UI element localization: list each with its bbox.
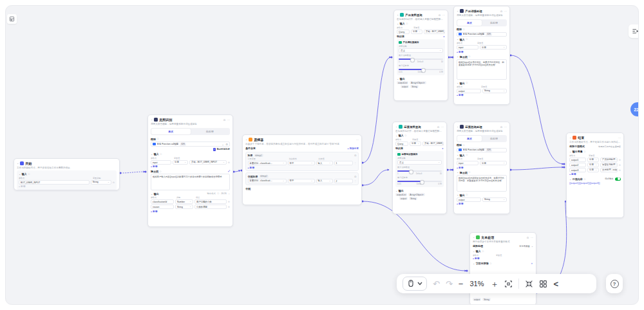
more-icon[interactable]: ···: [531, 236, 533, 239]
chevron-down-icon[interactable]: ⌄: [245, 138, 247, 141]
add-icon[interactable]: ＋: [531, 262, 533, 265]
condition-ref-select[interactable]: 意图识别 - classificati…: [248, 161, 287, 165]
model-select[interactable]: 豆包·Function call模型 32K ⌄⚙: [151, 141, 230, 147]
add-branch-button[interactable]: + 添加分支: [348, 147, 359, 150]
tab-batch[interactable]: 批处理: [482, 20, 506, 26]
ref-mode-select[interactable]: 引用: [480, 161, 507, 165]
chevron-down-icon[interactable]: ⌄: [19, 173, 21, 176]
more-icon[interactable]: ···: [504, 10, 507, 13]
remove-icon[interactable]: ⊖: [228, 200, 230, 203]
param-name-field[interactable]: Query: [395, 141, 408, 146]
add-output-button[interactable]: + 新增: [151, 210, 230, 213]
output-name-field[interactable]: reason: [151, 205, 174, 209]
chevron-down-icon[interactable]: ⌄: [569, 150, 571, 153]
more-icon[interactable]: ···: [356, 138, 359, 141]
recall-slider[interactable]: [397, 170, 442, 172]
chevron-down-icon[interactable]: ⌄: [222, 143, 224, 146]
add-param-button[interactable]: + 新增: [457, 167, 507, 169]
more-icon[interactable]: ···: [442, 14, 445, 17]
chevron-down-icon[interactable]: ⌄: [457, 194, 459, 196]
process-mode-value[interactable]: 字符串拼接: [519, 245, 529, 248]
condition-mode-select[interactable]: 输入: [316, 179, 333, 183]
remove-icon[interactable]: ⊖: [619, 158, 621, 161]
more-icon[interactable]: ···: [227, 118, 230, 122]
condition-op-select[interactable]: 等于: [288, 179, 315, 183]
drag-handle-icon[interactable]: ⋮: [354, 161, 357, 165]
run-icon[interactable]: ⊙: [527, 236, 529, 239]
tab-single[interactable]: 单次: [151, 129, 191, 134]
chevron-down-icon[interactable]: ⌄: [457, 55, 459, 58]
chevron-down-icon[interactable]: ⌄: [397, 14, 399, 16]
chevron-down-icon[interactable]: ⌄: [228, 192, 230, 196]
prompt-textarea[interactable]: 根据用户输入内容{{input}}判断属于21个类目中的哪个类目和数据营销需求: [151, 174, 230, 190]
tab-batch[interactable]: 批处理: [482, 136, 506, 141]
model-select[interactable]: 豆包·Function call模型 32K: [457, 148, 507, 152]
param-name-field[interactable]: BOT_USER_INPUT: [19, 180, 90, 185]
condition-value-field[interactable]: 2: [334, 179, 353, 183]
node-start[interactable]: ⌄ 开始 工作流的起始节点，用于设定启动工作流需要的信息。 ⌄ 输入 ⓘ 参数名…: [14, 158, 120, 190]
ref-value-select[interactable]: 文本处理 - output: [600, 168, 618, 172]
ref-mode-select[interactable]: 引用: [411, 30, 422, 34]
chevron-down-icon[interactable]: ⌄: [531, 245, 533, 248]
chevron-down-icon[interactable]: ⌄: [397, 23, 399, 25]
knowledge-item[interactable]: 运营知识数据库: [397, 153, 442, 156]
chevron-down-icon[interactable]: ⌄: [151, 193, 153, 196]
answer-mode-value[interactable]: 使用设定的内容直接回答: [598, 145, 621, 148]
remove-branch-icon[interactable]: ⊙: [354, 154, 357, 157]
node-llm-product[interactable]: ⌄ 产品详情处理 ⊙··· 调用大语言模型，使用变量和提示词生成回复 单次 批处…: [453, 6, 510, 105]
add-knowledge-icon[interactable]: ＋: [441, 147, 444, 150]
match-slider[interactable]: [399, 69, 443, 71]
condition-mode-select[interactable]: 输入: [316, 161, 333, 165]
knowledge-item[interactable]: 产品属性数据库: [399, 41, 443, 44]
output-type-select[interactable]: String: [482, 197, 507, 202]
help-button[interactable]: ?: [606, 274, 623, 293]
remove-icon[interactable]: ⊖: [228, 205, 230, 208]
add-condition-button[interactable]: + 新增: [248, 167, 357, 169]
add-param-button[interactable]: + 新增: [457, 51, 507, 53]
ref-value-select[interactable]: 开始 - BOT_USER_INPUT: [424, 30, 445, 34]
var-name-field[interactable]: output2: [569, 163, 586, 167]
output-type-select[interactable]: Number: [175, 199, 193, 204]
run-icon[interactable]: ⊙: [437, 125, 440, 129]
chevron-down-icon[interactable]: ⌄: [457, 125, 459, 128]
collapse-arrows-icon[interactable]: [525, 280, 533, 288]
output-type-select[interactable]: String: [175, 205, 193, 209]
output-desc-field[interactable]: 用户问题的分类: [194, 199, 227, 204]
prompt-textarea[interactable]: 根据{{input}}内容回复运营相关咨询，如果没有找到内容，则直接返回“没有找…: [457, 175, 507, 192]
add-param-button[interactable]: + 新增: [19, 185, 115, 188]
code-icon[interactable]: <: [553, 280, 558, 288]
redo-icon[interactable]: ↷: [446, 280, 453, 288]
add-knowledge-icon[interactable]: ＋: [442, 35, 445, 38]
node-end[interactable]: ⌄ 结束 ··· 工作流的最终节点，用于返回工作流运行后的结果信息 选择回答模式…: [566, 132, 624, 218]
chevron-down-icon[interactable]: ⌄: [17, 162, 19, 165]
ref-mode-select[interactable]: 引用: [173, 160, 188, 165]
param-name-field[interactable]: input: [457, 45, 478, 50]
ref-value-select[interactable]: 开始 - BOT_USER_INPUT: [189, 160, 227, 165]
workflow-canvas[interactable]: 224 ⌄ 开始 工作流的起始节点，用于设定启动工作流需要的信息。 ⌄ 输入 ⓘ…: [5, 5, 639, 305]
auto-layout-icon[interactable]: [539, 280, 547, 288]
chevron-down-icon[interactable]: ⌄: [569, 136, 571, 139]
chevron-down-icon[interactable]: ⌄: [457, 10, 459, 12]
chevron-down-icon[interactable]: ⌄: [473, 236, 475, 239]
add-var-button[interactable]: + 新增: [569, 173, 621, 176]
node-text-process[interactable]: ⌄ 文本处理 ⊙··· 用于处理多个字符串类型变量的格式 选择处理 字符串拼接 …: [469, 232, 536, 305]
fit-view-icon[interactable]: [504, 280, 513, 288]
ref-mode-select[interactable]: 引用: [587, 168, 599, 172]
node-selector[interactable]: ⌄ 选择器 ··· 连接多个下游分支，若设定的条件成立则仅运行对应的分支，若均不…: [242, 134, 362, 205]
ref-mode-select[interactable]: 引用: [410, 141, 421, 146]
answer-content[interactable]: {{output1}}{{output2}}{{output3}}: [569, 182, 621, 185]
ref-value-select[interactable]: 运营咨询处理 - output: [600, 163, 618, 167]
node-intent-llm[interactable]: ⌄ 意图识别 ⊙··· 调用大语言模型，使用变量和提示词生成回复 单次 批处理 …: [147, 114, 233, 227]
chevron-down-icon[interactable]: ⌄: [395, 125, 397, 128]
ref-mode-select[interactable]: 引用: [587, 158, 599, 162]
ref-value-select[interactable]: 开始 - BOT_USER_INPUT: [422, 141, 444, 146]
stream-toggle[interactable]: [615, 178, 621, 181]
param-name-field[interactable]: input: [151, 160, 171, 165]
output-name-field[interactable]: output: [457, 197, 481, 202]
tab-single[interactable]: 单次: [457, 20, 482, 26]
remove-icon[interactable]: ⊖: [113, 181, 115, 184]
param-name-field[interactable]: Query: [397, 30, 410, 34]
more-icon[interactable]: ···: [618, 136, 621, 140]
chevron-down-icon[interactable]: ⌄: [569, 178, 571, 181]
notes-button[interactable]: [7, 14, 17, 24]
